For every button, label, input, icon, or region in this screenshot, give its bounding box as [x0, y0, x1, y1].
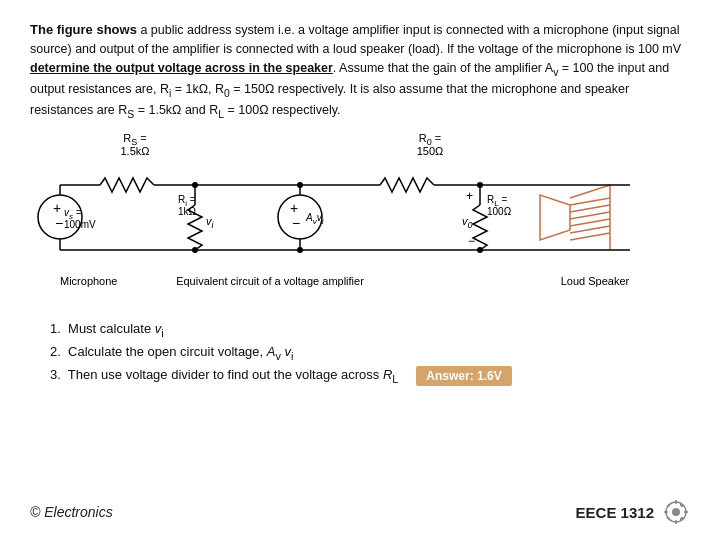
desc4: = 1kΩ, R [171, 82, 224, 96]
svg-line-49 [570, 212, 610, 219]
circuit-diagram: RS = 1.5kΩ R0 = 150Ω [30, 130, 690, 315]
svg-text:1.5kΩ: 1.5kΩ [120, 145, 149, 157]
svg-text:Loud Speaker: Loud Speaker [561, 275, 630, 287]
svg-point-60 [672, 508, 680, 516]
svg-line-50 [570, 219, 610, 226]
underline-text: determine the output voltage across in t… [30, 61, 333, 75]
svg-line-52 [570, 233, 610, 240]
svg-text:1kΩ: 1kΩ [178, 206, 197, 217]
problem-description: The figure shows a public address system… [30, 20, 690, 122]
answer-box: Answer: 1.6V [416, 366, 511, 386]
svg-text:100Ω: 100Ω [487, 206, 512, 217]
page: The figure shows a public address system… [0, 0, 720, 540]
desc2: . Assume that the gain of the amplifier … [333, 61, 553, 75]
svg-text:vi: vi [206, 215, 215, 230]
svg-marker-45 [540, 195, 570, 240]
svg-text:−: − [468, 234, 475, 248]
steps-list: 1. Must calculate vi 2. Calculate the op… [50, 319, 690, 388]
svg-text:Microphone: Microphone [60, 275, 117, 287]
svg-text:100mV: 100mV [64, 219, 96, 230]
svg-text:+: + [290, 200, 298, 216]
svg-text:Equivalent circuit of a voltag: Equivalent circuit of a voltage amplifie… [176, 275, 364, 287]
desc6: = 1.5kΩ and R [134, 103, 218, 117]
svg-line-46 [570, 185, 610, 198]
svg-text:Avvi: Avvi [305, 212, 324, 226]
svg-text:+: + [466, 189, 473, 203]
svg-line-47 [570, 198, 610, 205]
svg-line-51 [570, 226, 610, 233]
svg-rect-63 [664, 511, 668, 513]
svg-text:v0: v0 [462, 215, 473, 230]
figure-title: The figure shows [30, 22, 137, 37]
desc7: = 100Ω respectively. [224, 103, 340, 117]
svg-rect-62 [675, 520, 677, 524]
svg-text:150Ω: 150Ω [417, 145, 444, 157]
step-2: 2. Calculate the open circuit voltage, A… [50, 342, 690, 365]
step-3: 3. Then use voltage divider to find out … [50, 365, 398, 388]
svg-text:+: + [53, 200, 61, 216]
course-label: EECE 1312 [576, 498, 690, 526]
copyright: © Electronics [30, 504, 113, 520]
course-text: EECE 1312 [576, 504, 654, 521]
svg-rect-61 [675, 500, 677, 504]
step-1: 1. Must calculate vi [50, 319, 690, 342]
gear-icon [662, 498, 690, 526]
svg-line-48 [570, 205, 610, 212]
circuit-svg: RS = 1.5kΩ R0 = 150Ω [30, 130, 690, 315]
step-3-row: 3. Then use voltage divider to find out … [50, 365, 690, 388]
svg-rect-64 [684, 511, 688, 513]
svg-text:−: − [55, 215, 63, 231]
footer: © Electronics EECE 1312 [30, 498, 690, 526]
svg-text:−: − [292, 215, 300, 231]
